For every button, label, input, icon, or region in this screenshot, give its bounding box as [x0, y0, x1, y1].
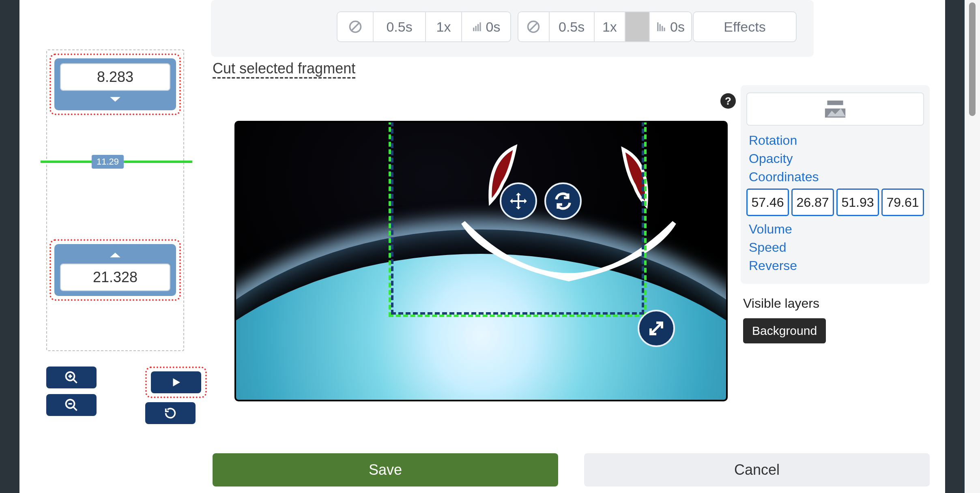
- coord-input-1[interactable]: 57.46: [746, 189, 789, 216]
- coord-input-2[interactable]: 26.87: [791, 189, 834, 216]
- no-entry-icon[interactable]: [518, 12, 550, 41]
- coord-input-3[interactable]: 51.93: [836, 189, 879, 216]
- overlay-horn-right: [586, 137, 673, 218]
- anim-out-seconds[interactable]: 0s: [650, 12, 691, 41]
- window-left-margin: [0, 0, 19, 493]
- help-icon[interactable]: ?: [720, 93, 736, 109]
- playhead-time-badge: 11.29: [92, 155, 124, 169]
- svg-rect-10: [662, 26, 663, 31]
- toolbar-container: 0.5s 1x 0s 0.5s 1x 0s: [31, 0, 934, 57]
- start-time-block: 8.283: [49, 54, 181, 115]
- svg-rect-9: [660, 24, 661, 31]
- properties-panel: ? Rotation Opacity Coordinates 57.46 26.…: [741, 85, 930, 343]
- end-time-up-arrow[interactable]: [60, 249, 170, 261]
- coord-input-4[interactable]: 79.61: [881, 189, 924, 216]
- scrollbar-thumb[interactable]: [969, 2, 976, 116]
- no-entry-icon[interactable]: [337, 12, 374, 41]
- play-button[interactable]: [151, 371, 201, 393]
- effects-button[interactable]: Effects: [693, 11, 797, 42]
- reverse-link[interactable]: Reverse: [749, 258, 922, 273]
- zoom-out-button[interactable]: [46, 394, 97, 416]
- opacity-link[interactable]: Opacity: [749, 151, 922, 166]
- svg-rect-11: [664, 28, 665, 31]
- window-right-margin: [945, 0, 965, 493]
- scrollbar-track[interactable]: [965, 0, 980, 493]
- anim-out-shade[interactable]: [625, 12, 650, 41]
- end-time-input[interactable]: 21.328: [60, 264, 170, 291]
- coordinates-row: 57.46 26.87 51.93 79.61: [746, 189, 924, 216]
- anim-out-duration[interactable]: 0.5s: [550, 12, 595, 41]
- svg-line-7: [530, 23, 537, 30]
- animation-toolbar: 0.5s 1x 0s 0.5s 1x 0s: [211, 0, 814, 57]
- svg-rect-8: [657, 22, 658, 31]
- anim-out-multiplier[interactable]: 1x: [595, 12, 626, 41]
- svg-rect-3: [475, 26, 476, 31]
- timeline-range-box: 8.283 11.29 21.328: [46, 49, 184, 351]
- svg-line-17: [73, 407, 77, 411]
- end-time-block: 21.328: [49, 239, 181, 301]
- cut-fragment-link[interactable]: Cut selected fragment: [213, 60, 355, 81]
- video-preview[interactable]: [234, 121, 728, 401]
- layer-thumbnail[interactable]: [746, 92, 924, 126]
- svg-rect-4: [477, 24, 479, 31]
- zoom-in-button[interactable]: [46, 367, 97, 388]
- svg-rect-19: [827, 101, 843, 105]
- speed-link[interactable]: Speed: [749, 240, 922, 255]
- save-button[interactable]: Save: [213, 453, 558, 487]
- play-button-highlight: [145, 367, 207, 398]
- volume-link[interactable]: Volume: [749, 222, 922, 237]
- timeline-controls-row: [46, 367, 184, 424]
- move-handle[interactable]: [500, 182, 537, 220]
- resize-handle[interactable]: [638, 310, 675, 347]
- visible-layers-label: Visible layers: [743, 296, 927, 311]
- svg-line-1: [352, 23, 359, 30]
- svg-line-13: [73, 379, 77, 383]
- editor-app: 0.5s 1x 0s 0.5s 1x 0s: [19, 0, 945, 493]
- sync-handle[interactable]: [544, 182, 582, 220]
- start-time-input[interactable]: 8.283: [60, 63, 170, 91]
- rotation-link[interactable]: Rotation: [749, 133, 922, 148]
- svg-rect-5: [479, 22, 481, 31]
- animation-out-group[interactable]: 0.5s 1x 0s: [518, 11, 692, 42]
- reload-button[interactable]: [145, 402, 196, 424]
- anim-in-seconds[interactable]: 0s: [462, 12, 510, 41]
- background-layer-chip[interactable]: Background: [743, 318, 826, 343]
- start-time-down-arrow[interactable]: [60, 93, 170, 105]
- overlay-mouth: [451, 208, 686, 313]
- preview-overlay-face: [447, 139, 690, 313]
- svg-rect-2: [473, 28, 474, 31]
- timeline-column: 8.283 11.29 21.328: [46, 49, 184, 424]
- coordinates-link[interactable]: Coordinates: [749, 169, 922, 184]
- anim-in-duration[interactable]: 0.5s: [374, 12, 426, 41]
- anim-out-seconds-value: 0s: [670, 19, 685, 35]
- animation-in-group[interactable]: 0.5s 1x 0s: [337, 11, 511, 42]
- anim-in-seconds-value: 0s: [486, 19, 501, 35]
- anim-in-multiplier[interactable]: 1x: [426, 12, 462, 41]
- cancel-button[interactable]: Cancel: [584, 453, 930, 487]
- bottom-actions: Save Cancel: [213, 453, 930, 487]
